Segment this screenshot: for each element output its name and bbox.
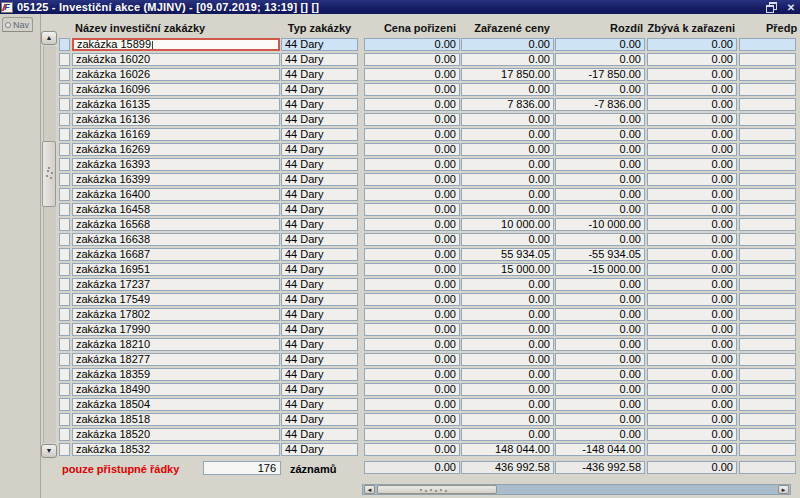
cell-zbyva[interactable]: 0.00	[647, 323, 737, 336]
cell-rozdil[interactable]: 0.00	[555, 188, 645, 201]
horizontal-scrollbar-thumb[interactable]	[377, 485, 497, 494]
cell-typ[interactable]: 44 Dary	[281, 428, 358, 441]
cell-typ[interactable]: 44 Dary	[281, 98, 358, 111]
cell-predp[interactable]	[739, 83, 796, 96]
cell-zarazene[interactable]: 55 934.05	[461, 248, 554, 261]
cell-zarazene[interactable]: 10 000.00	[461, 218, 554, 231]
cell-predp[interactable]	[739, 173, 796, 186]
cell-nazev[interactable]: zakázka 16400	[72, 188, 280, 201]
row-indicator[interactable]	[59, 188, 70, 201]
cell-nazev[interactable]: zakázka 17549	[72, 293, 280, 306]
cell-rozdil[interactable]: -7 836.00	[555, 98, 645, 111]
cell-zarazene[interactable]: 0.00	[461, 38, 554, 51]
cell-nazev[interactable]: zakázka 16687	[72, 248, 280, 261]
cell-cena[interactable]: 0.00	[364, 113, 460, 126]
cell-zbyva[interactable]: 0.00	[647, 173, 737, 186]
cell-nazev[interactable]: zakázka 17237	[72, 278, 280, 291]
cell-zbyva[interactable]: 0.00	[647, 68, 737, 81]
cell-nazev[interactable]: zakázka 18359	[72, 368, 280, 381]
row-indicator[interactable]	[59, 338, 70, 351]
row-indicator[interactable]	[59, 203, 70, 216]
cell-typ[interactable]: 44 Dary	[281, 38, 358, 51]
cell-rozdil[interactable]: 0.00	[555, 428, 645, 441]
cell-zbyva[interactable]: 0.00	[647, 188, 737, 201]
row-indicator[interactable]	[59, 158, 70, 171]
cell-nazev[interactable]: zakázka 16568	[72, 218, 280, 231]
cell-typ[interactable]: 44 Dary	[281, 218, 358, 231]
cell-cena[interactable]: 0.00	[364, 38, 460, 51]
cell-typ[interactable]: 44 Dary	[281, 278, 358, 291]
row-indicator[interactable]	[59, 128, 70, 141]
cell-rozdil[interactable]: 0.00	[555, 293, 645, 306]
cell-rozdil[interactable]: 0.00	[555, 143, 645, 156]
cell-typ[interactable]: 44 Dary	[281, 188, 358, 201]
cell-predp[interactable]	[739, 293, 796, 306]
cell-nazev[interactable]: zakázka 18210	[72, 338, 280, 351]
cell-predp[interactable]	[739, 248, 796, 261]
cell-zarazene[interactable]: 0.00	[461, 293, 554, 306]
cell-cena[interactable]: 0.00	[364, 443, 460, 456]
cell-zbyva[interactable]: 0.00	[647, 308, 737, 321]
cell-predp[interactable]	[739, 203, 796, 216]
cell-zbyva[interactable]: 0.00	[647, 38, 737, 51]
cell-rozdil[interactable]: -10 000.00	[555, 218, 645, 231]
cell-rozdil[interactable]: 0.00	[555, 128, 645, 141]
close-window-icon[interactable]: ✕	[785, 2, 797, 13]
cell-nazev[interactable]: zakázka 16393	[72, 158, 280, 171]
cell-nazev[interactable]: zakázka 16458	[72, 203, 280, 216]
row-indicator[interactable]	[59, 233, 70, 246]
cell-predp[interactable]	[739, 233, 796, 246]
cell-predp[interactable]	[739, 128, 796, 141]
cell-predp[interactable]	[739, 368, 796, 381]
row-indicator[interactable]	[59, 428, 70, 441]
cell-predp[interactable]	[739, 158, 796, 171]
cell-cena[interactable]: 0.00	[364, 338, 460, 351]
cell-typ[interactable]: 44 Dary	[281, 233, 358, 246]
row-indicator[interactable]	[59, 293, 70, 306]
cell-predp[interactable]	[739, 323, 796, 336]
cell-nazev[interactable]: zakázka 18532	[72, 443, 280, 456]
cell-nazev[interactable]: zakázka 18490	[72, 383, 280, 396]
cell-rozdil[interactable]: 0.00	[555, 308, 645, 321]
cell-rozdil[interactable]: 0.00	[555, 353, 645, 366]
row-indicator[interactable]	[59, 398, 70, 411]
cell-nazev[interactable]: zakázka 16951	[72, 263, 280, 276]
cell-predp[interactable]	[739, 383, 796, 396]
cell-zbyva[interactable]: 0.00	[647, 383, 737, 396]
cell-nazev[interactable]: zakázka 16135	[72, 98, 280, 111]
cell-cena[interactable]: 0.00	[364, 188, 460, 201]
cell-rozdil[interactable]: 0.00	[555, 53, 645, 66]
row-indicator[interactable]	[59, 83, 70, 96]
cell-zarazene[interactable]: 0.00	[461, 203, 554, 216]
cell-cena[interactable]: 0.00	[364, 68, 460, 81]
cell-predp[interactable]	[739, 98, 796, 111]
cell-zarazene[interactable]: 0.00	[461, 368, 554, 381]
cell-predp[interactable]	[739, 53, 796, 66]
cell-zarazene[interactable]: 15 000.00	[461, 263, 554, 276]
cell-typ[interactable]: 44 Dary	[281, 263, 358, 276]
cell-predp[interactable]	[739, 308, 796, 321]
cell-zarazene[interactable]: 0.00	[461, 413, 554, 426]
cell-predp[interactable]	[739, 38, 796, 51]
cell-zarazene[interactable]: 148 044.00	[461, 443, 554, 456]
cell-predp[interactable]	[739, 263, 796, 276]
cell-zarazene[interactable]: 0.00	[461, 113, 554, 126]
row-indicator[interactable]	[59, 173, 70, 186]
cell-zarazene[interactable]: 0.00	[461, 398, 554, 411]
cell-cena[interactable]: 0.00	[364, 263, 460, 276]
cell-typ[interactable]: 44 Dary	[281, 248, 358, 261]
cell-zarazene[interactable]: 0.00	[461, 173, 554, 186]
cell-typ[interactable]: 44 Dary	[281, 368, 358, 381]
cell-rozdil[interactable]: 0.00	[555, 413, 645, 426]
cell-cena[interactable]: 0.00	[364, 413, 460, 426]
cell-predp[interactable]	[739, 443, 796, 456]
cell-rozdil[interactable]: 0.00	[555, 113, 645, 126]
cell-cena[interactable]: 0.00	[364, 203, 460, 216]
cell-zbyva[interactable]: 0.00	[647, 98, 737, 111]
scroll-right-button[interactable]: ►	[778, 485, 789, 494]
cell-cena[interactable]: 0.00	[364, 128, 460, 141]
cell-rozdil[interactable]: 0.00	[555, 323, 645, 336]
cell-cena[interactable]: 0.00	[364, 308, 460, 321]
cell-nazev[interactable]: zakázka 16020	[72, 53, 280, 66]
row-indicator[interactable]	[59, 98, 70, 111]
